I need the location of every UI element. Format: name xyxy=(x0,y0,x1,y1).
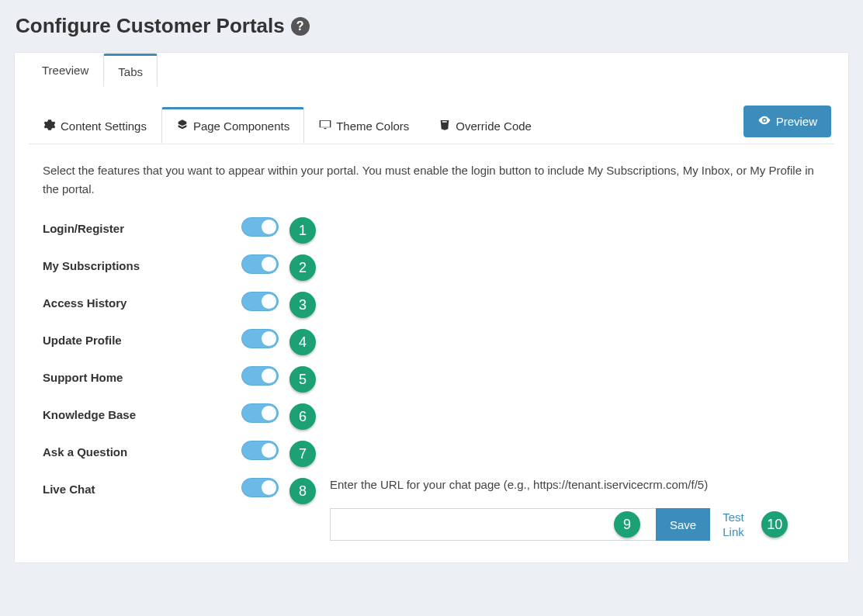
toggle-ask-a-question[interactable] xyxy=(241,441,279,460)
chat-url-row: 9 Save Test Link 10 xyxy=(330,508,820,541)
step-badge-10: 10 xyxy=(761,511,788,538)
tab-override-code-label: Override Code xyxy=(456,119,532,133)
tab-treeview-label: Treeview xyxy=(42,64,88,77)
step-badge-6: 6 xyxy=(289,403,316,430)
step-badge-8: 8 xyxy=(289,478,316,504)
tab-page-components[interactable]: Page Components xyxy=(161,107,304,144)
component-row-live-chat: Live Chat 8 Enter the URL for your chat … xyxy=(43,478,820,541)
inner-tab-bar: Content Settings Page Components Theme C… xyxy=(29,106,834,144)
preview-button-label: Preview xyxy=(776,115,817,128)
cubes-icon xyxy=(176,119,189,133)
chat-test-link[interactable]: Test Link xyxy=(723,510,754,540)
toggle-live-chat[interactable] xyxy=(241,478,279,497)
inner-area: Content Settings Page Components Theme C… xyxy=(15,87,848,541)
component-row-access-history: Access History 3 xyxy=(43,292,820,329)
tab-tabs[interactable]: Tabs xyxy=(103,54,158,87)
tab-override-code[interactable]: Override Code xyxy=(424,109,546,143)
preview-button[interactable]: Preview xyxy=(743,106,831,137)
component-label: Live Chat xyxy=(43,478,241,496)
component-row-update-profile: Update Profile 4 xyxy=(43,329,820,366)
component-label: Update Profile xyxy=(43,329,241,347)
component-row-knowledge-base: Knowledge Base 6 xyxy=(43,403,820,441)
component-label: Ask a Question xyxy=(43,441,241,459)
css-icon xyxy=(438,119,451,133)
tab-theme-colors-label: Theme Colors xyxy=(336,119,409,133)
toggle-login-register[interactable] xyxy=(241,217,279,237)
step-badge-4: 4 xyxy=(289,329,316,355)
help-icon[interactable]: ? xyxy=(291,17,310,36)
toggle-update-profile[interactable] xyxy=(241,329,279,348)
chat-url-instruction: Enter the URL for your chat page (e.g., … xyxy=(330,478,820,491)
main-card: Treeview Tabs Content Settings Page Comp… xyxy=(14,52,849,563)
tab-theme-colors[interactable]: Theme Colors xyxy=(304,109,424,143)
component-row-support-home: Support Home 5 xyxy=(43,366,820,403)
toggle-access-history[interactable] xyxy=(241,292,279,311)
step-badge-3: 3 xyxy=(289,292,316,318)
step-badge-1: 1 xyxy=(289,217,316,244)
eye-icon xyxy=(757,113,771,130)
step-badge-9: 9 xyxy=(614,511,640,538)
page-title-text: Configure Customer Portals xyxy=(16,14,285,38)
step-badge-5: 5 xyxy=(289,366,316,393)
chat-test-link-label: Test Link xyxy=(723,510,744,539)
component-label: Knowledge Base xyxy=(43,403,241,421)
toggle-my-subscriptions[interactable] xyxy=(241,254,279,274)
tab-page-components-label: Page Components xyxy=(193,119,289,133)
tab-tabs-label: Tabs xyxy=(118,65,143,78)
step-badge-7: 7 xyxy=(289,441,316,467)
step-badge-2: 2 xyxy=(289,254,316,281)
component-row-login-register: Login/Register 1 xyxy=(43,217,820,254)
gear-icon xyxy=(43,119,56,133)
components-list: Login/Register 1 My Subscriptions 2 Acce… xyxy=(29,217,834,541)
component-label: Support Home xyxy=(43,366,241,384)
chat-url-save-button[interactable]: Save xyxy=(656,508,710,541)
chat-extra: Enter the URL for your chat page (e.g., … xyxy=(330,478,820,541)
tab-content-settings-label: Content Settings xyxy=(61,119,147,133)
component-label: Login/Register xyxy=(43,217,241,235)
component-row-ask-a-question: Ask a Question 7 xyxy=(43,441,820,478)
outer-tab-bar: Treeview Tabs xyxy=(15,53,848,87)
tab-content-settings[interactable]: Content Settings xyxy=(29,109,161,143)
description-text: Select the features that you want to app… xyxy=(29,144,834,217)
toggle-knowledge-base[interactable] xyxy=(241,403,279,423)
component-label: My Subscriptions xyxy=(43,254,241,272)
toggle-support-home[interactable] xyxy=(241,366,279,386)
component-row-my-subscriptions: My Subscriptions 2 xyxy=(43,254,820,292)
component-label: Access History xyxy=(43,292,241,310)
chat-url-save-label: Save xyxy=(670,518,696,531)
desktop-icon xyxy=(319,119,331,133)
page-title: Configure Customer Portals ? xyxy=(14,0,849,52)
tab-treeview[interactable]: Treeview xyxy=(27,54,103,87)
